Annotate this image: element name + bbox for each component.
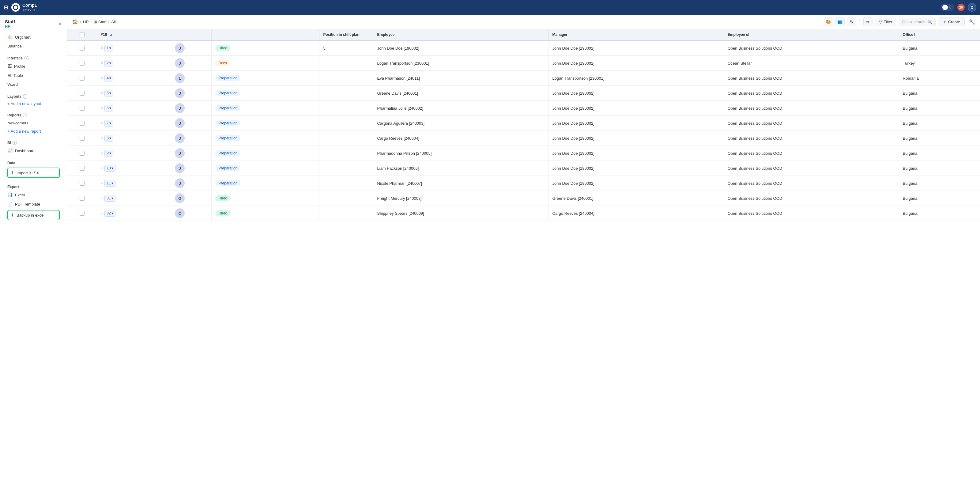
th-shift-plan[interactable]: Position in shift plan: [320, 29, 373, 40]
th-employee-of[interactable]: Employee of: [724, 29, 899, 40]
status-badge[interactable]: Preparation: [215, 120, 240, 126]
sidebar-item-table[interactable]: ⊞ Table: [5, 71, 62, 80]
row-manager-cell[interactable]: John Doe Doe [190002]: [549, 146, 724, 161]
drag-handle-icon[interactable]: ⠿: [101, 212, 103, 215]
row-employee-cell[interactable]: Cargona Aguilera [240003]: [373, 116, 549, 131]
row-employee-cell[interactable]: Greene Davis [240001]: [373, 86, 549, 101]
sidebar-item-vcard[interactable]: Vcard: [5, 80, 62, 89]
row-num-button[interactable]: 9 ▾: [105, 150, 113, 156]
row-employee-cell[interactable]: Eva Pharmason [24011]: [373, 71, 549, 86]
add-report-button[interactable]: + Add a new report: [5, 127, 62, 135]
add-layout-button[interactable]: + Add a new layout: [5, 100, 62, 108]
status-badge[interactable]: Docs: [215, 60, 230, 66]
row-manager-cell[interactable]: John Doe Doe [190002]: [549, 131, 724, 146]
row-num-button[interactable]: 10 ▾: [105, 165, 115, 172]
drag-handle-icon[interactable]: ⠿: [101, 182, 103, 185]
row-employee-cell[interactable]: John Doe Doe [190002]: [373, 40, 549, 56]
toolbar-palette-btn[interactable]: 🎨: [824, 17, 833, 26]
status-badge[interactable]: Preparation: [215, 105, 240, 111]
row-num-button[interactable]: 6 ▾: [105, 105, 113, 111]
row-checkbox[interactable]: [80, 91, 84, 96]
row-checkbox[interactable]: [80, 106, 84, 111]
row-checkbox[interactable]: [80, 151, 84, 156]
sidebar-item-dashboard[interactable]: 📈 Dashboard: [5, 146, 62, 155]
status-badge[interactable]: Preparation: [215, 165, 240, 171]
row-checkbox[interactable]: [80, 136, 84, 141]
sidebar-item-pdf-template[interactable]: 📄 PDF Template: [5, 199, 62, 209]
status-badge[interactable]: Hired: [215, 45, 230, 51]
row-checkbox[interactable]: [80, 166, 84, 170]
row-employee-cell[interactable]: Shippney Spears [240009]: [373, 206, 549, 221]
status-badge[interactable]: Preparation: [215, 75, 240, 81]
drag-handle-icon[interactable]: ⠿: [101, 106, 103, 110]
user-avatar[interactable]: D: [968, 3, 976, 12]
row-manager-cell[interactable]: John Doe Doe [190002]: [549, 86, 724, 101]
sidebar-item-profile[interactable]: 🖼 Profile: [5, 62, 62, 71]
row-checkbox[interactable]: [80, 211, 84, 216]
th-office[interactable]: Office l: [899, 29, 980, 40]
row-manager-cell[interactable]: John Doe Doe [190002]: [549, 161, 724, 176]
row-manager-cell[interactable]: John Doe Doe [190002]: [549, 176, 724, 191]
bi-info-icon[interactable]: i: [13, 141, 17, 145]
row-manager-cell[interactable]: Cargo Reeves [240004]: [549, 206, 724, 221]
sidebar-item-balance[interactable]: Balance: [5, 41, 62, 51]
row-checkbox[interactable]: [80, 181, 84, 186]
drag-handle-icon[interactable]: ⠿: [101, 61, 103, 65]
layouts-info-icon[interactable]: i: [23, 94, 27, 99]
sidebar-close-button[interactable]: ✕: [58, 21, 62, 27]
row-num-button[interactable]: 2 ▾: [105, 60, 113, 67]
row-manager-cell[interactable]: Logan Transportson [230001]: [549, 71, 724, 86]
sidebar-item-newcomers[interactable]: Newcomers: [5, 119, 62, 127]
row-employee-cell[interactable]: Logan Transportson [230001]: [373, 56, 549, 71]
drag-handle-icon[interactable]: ⠿: [101, 151, 103, 155]
toolbar-refresh-btn[interactable]: ↻: [847, 17, 856, 26]
row-manager-cell[interactable]: John Doe Doe [190002]: [549, 56, 724, 71]
row-employee-cell[interactable]: Pharmalina Jolie [240002]: [373, 101, 549, 116]
row-manager-cell[interactable]: Greene Davis [240001]: [549, 191, 724, 206]
sidebar-item-excel[interactable]: 📊 Excel: [5, 190, 62, 199]
wrench-icon[interactable]: 🔧: [969, 19, 975, 25]
sidebar-item-orgchart[interactable]: ⛅ Orgchart: [5, 32, 62, 41]
row-checkbox[interactable]: [80, 196, 84, 201]
breadcrumb-staff-label[interactable]: Staff: [98, 20, 107, 24]
row-num-button[interactable]: 8 ▾: [105, 135, 113, 142]
row-employee-cell[interactable]: Cargo Reeves [240004]: [373, 131, 549, 146]
drag-handle-icon[interactable]: ⠿: [101, 76, 103, 80]
grid-icon[interactable]: ⊞: [4, 4, 8, 11]
notifications-badge[interactable]: 20: [957, 4, 965, 11]
status-badge[interactable]: Preparation: [215, 180, 240, 186]
row-checkbox[interactable]: [80, 76, 84, 81]
row-manager-cell[interactable]: John Doe Doe [190002]: [549, 40, 724, 56]
reports-info-icon[interactable]: i: [23, 113, 27, 117]
select-all-checkbox[interactable]: [80, 32, 84, 37]
toolbar-forward-btn[interactable]: ⇒: [863, 17, 872, 26]
search-box[interactable]: Quick search 🔍: [899, 18, 935, 26]
row-num-button[interactable]: 7 ▾: [105, 120, 113, 127]
th-employee[interactable]: Employee: [373, 29, 549, 40]
row-checkbox[interactable]: [80, 46, 84, 51]
row-num-button[interactable]: 4 ▾: [105, 75, 113, 81]
row-employee-cell[interactable]: Liam Packson [240006]: [373, 161, 549, 176]
drag-handle-icon[interactable]: ⠿: [101, 121, 103, 125]
drag-handle-icon[interactable]: ⠿: [101, 166, 103, 170]
drag-handle-icon[interactable]: ⠿: [101, 91, 103, 95]
row-num-button[interactable]: 11 ▾: [105, 180, 115, 186]
status-badge[interactable]: Hired: [215, 195, 230, 201]
row-num-button[interactable]: 5 ▾: [105, 90, 113, 97]
drag-handle-icon[interactable]: ⠿: [101, 46, 103, 50]
status-badge[interactable]: Preparation: [215, 135, 240, 141]
breadcrumb-hr[interactable]: HR: [83, 20, 89, 24]
status-badge[interactable]: Preparation: [215, 150, 240, 156]
row-employee-cell[interactable]: Nicole Pharman [240007]: [373, 176, 549, 191]
row-employee-cell[interactable]: Freight Mercury [240008]: [373, 191, 549, 206]
row-checkbox[interactable]: [80, 121, 84, 126]
sidebar-item-import-xlsx[interactable]: ⬆ Import XLSX: [8, 168, 59, 177]
row-employee-cell[interactable]: Pharmadonna Pillson [240005]: [373, 146, 549, 161]
row-manager-cell[interactable]: John Doe Doe [190002]: [549, 116, 724, 131]
status-badge[interactable]: Preparation: [215, 90, 240, 96]
filter-button[interactable]: ▽ Filter: [875, 18, 896, 26]
row-num-button[interactable]: 82 ▾: [105, 210, 115, 217]
status-badge[interactable]: Hired: [215, 210, 230, 216]
theme-toggle[interactable]: ☀ ☾: [940, 4, 954, 11]
row-num-button[interactable]: 1 ▾: [105, 45, 113, 51]
